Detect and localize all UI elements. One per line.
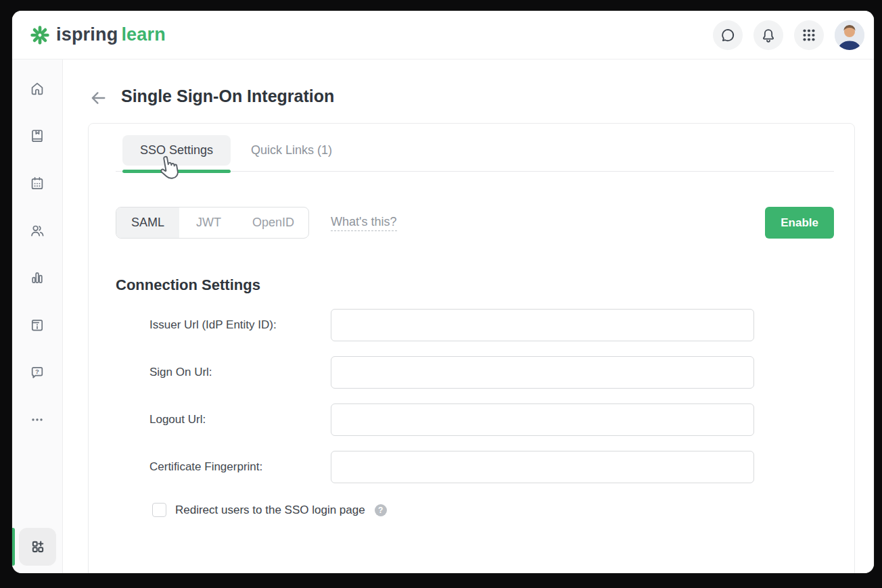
ispring-logo-mark-icon [30,25,50,45]
body: ? [12,59,874,573]
tab-sso-settings[interactable]: SSO Settings [122,135,231,166]
redirect-sso-checkbox[interactable] [152,503,166,517]
protocol-option-openid[interactable]: OpenID [238,207,308,238]
sso-settings-card: SSO Settings Quick Links (1) [88,123,855,573]
sign-on-url-label: Sign On Url: [149,366,331,379]
sidebar-item-users[interactable] [29,222,45,239]
field-row-certificate-fingerprint: Certificate Fingerprint: [149,451,854,483]
field-row-issuer-url: Issuer Url (IdP Entity ID): [149,309,854,341]
certificate-fingerprint-input[interactable] [331,451,754,483]
back-button[interactable] [89,89,108,107]
certificate-fingerprint-label: Certificate Fingerprint: [149,460,331,474]
messages-button[interactable] [713,20,743,50]
ellipsis-icon [29,412,45,428]
add-ons-icon [29,538,47,556]
logo-text: ispringlearn [56,24,166,45]
connection-settings-heading: Connection Settings [116,276,827,294]
notifications-button[interactable] [753,20,783,50]
sidebar-item-reports[interactable] [29,270,45,286]
field-row-sign-on-url: Sign On Url: [149,356,854,389]
sign-on-url-input[interactable] [331,356,754,389]
sidebar-item-courses[interactable] [29,128,45,144]
sidebar-item-home[interactable] [29,80,45,97]
issuer-url-input[interactable] [331,309,754,341]
page-title: Single Sign-On Integration [121,87,334,106]
whats-this-link[interactable]: What's this? [331,215,396,231]
apps-grid-icon [801,27,817,43]
sidebar-item-info[interactable] [29,317,45,333]
user-avatar[interactable] [835,20,864,50]
active-tab-underline [122,170,231,173]
book-icon [29,128,45,144]
apps-button[interactable] [794,20,824,50]
sidebar-item-support[interactable]: ? [29,364,45,381]
home-icon [29,80,45,97]
topbar: ispringlearn [12,11,874,59]
redirect-checkbox-row: Redirect users to the SSO login page ? [152,503,854,517]
topbar-actions [713,20,864,50]
protocol-option-saml[interactable]: SAML [116,207,179,238]
app-window: ispringlearn [12,11,874,573]
main-content: Single Sign-On Integration SSO Settings … [63,59,874,573]
protocol-option-jwt[interactable]: JWT [179,207,238,238]
svg-text:?: ? [35,368,39,375]
sidebar-item-integrations[interactable] [19,528,56,566]
field-row-logout-url: Logout Url: [149,403,854,436]
tab-bar: SSO Settings Quick Links (1) [89,124,854,172]
protocol-switcher: SAML JWT OpenID [116,207,309,239]
sidebar-active-indicator [12,528,15,566]
logout-url-label: Logout Url: [149,413,331,426]
users-icon [29,222,45,239]
enable-button[interactable]: Enable [765,207,834,239]
messages-icon [720,27,736,43]
redirect-sso-checkbox-label: Redirect users to the SSO login page [175,504,365,517]
protocol-toolbar: SAML JWT OpenID What's this? Enable [116,207,834,239]
info-panel-icon [29,317,45,333]
logout-url-input[interactable] [331,403,754,436]
arrow-left-icon [89,89,108,107]
issuer-url-label: Issuer Url (IdP Entity ID): [149,318,331,332]
sidebar: ? [12,59,63,573]
help-tooltip-icon[interactable]: ? [375,504,387,516]
bell-icon [760,27,776,43]
sidebar-item-calendar[interactable] [29,175,45,191]
calendar-icon [29,175,45,191]
ispring-learn-logo[interactable]: ispringlearn [30,24,166,45]
tab-quick-links[interactable]: Quick Links (1) [250,135,333,166]
bar-chart-icon [29,270,45,286]
help-bubble-icon: ? [29,364,45,381]
sidebar-item-more[interactable] [29,412,45,428]
connection-settings-form: Issuer Url (IdP Entity ID): Sign On Url:… [89,309,854,517]
